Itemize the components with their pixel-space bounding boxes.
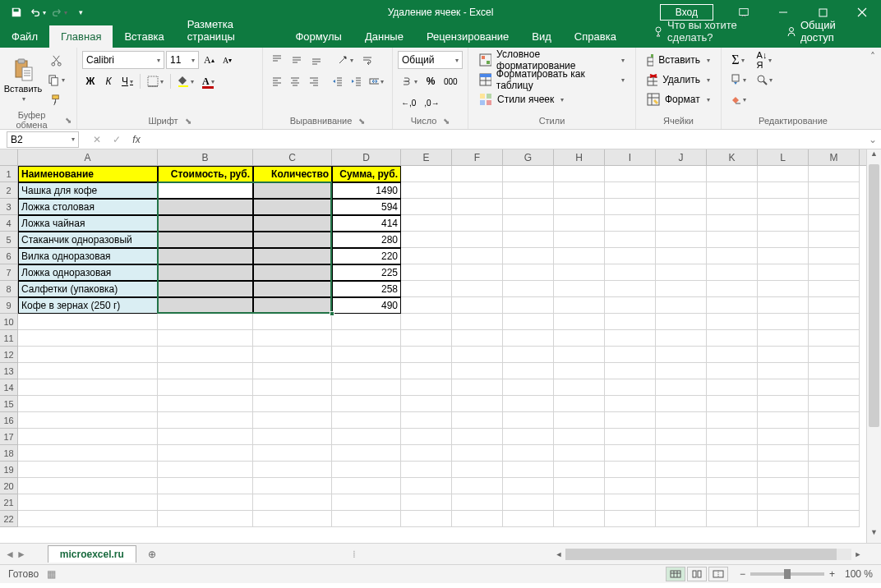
cell[interactable]	[707, 297, 758, 314]
cell[interactable]	[18, 462, 158, 478]
cell[interactable]: Ложка чайная	[18, 215, 158, 232]
cell[interactable]	[253, 396, 332, 412]
cell[interactable]	[253, 281, 332, 297]
row-header[interactable]: 13	[0, 363, 18, 379]
row-header[interactable]: 7	[0, 264, 18, 281]
cell[interactable]	[605, 232, 656, 248]
cell[interactable]	[452, 462, 503, 478]
zoom-level[interactable]: 100 %	[840, 568, 873, 580]
column-header[interactable]: M	[809, 149, 860, 165]
copy-icon[interactable]: ▾	[44, 71, 68, 89]
cell[interactable]	[605, 494, 656, 511]
increase-font-icon[interactable]: A▴	[201, 51, 218, 69]
sort-filter-icon[interactable]: А↓Я▾	[753, 51, 776, 69]
column-header[interactable]: L	[758, 149, 809, 165]
cell[interactable]	[18, 396, 158, 412]
cell[interactable]: Ложка одноразовая	[18, 264, 158, 281]
cell[interactable]	[758, 215, 809, 232]
cell[interactable]	[503, 182, 554, 199]
add-sheet-icon[interactable]: ⊕	[143, 545, 161, 563]
cell[interactable]	[401, 182, 452, 199]
cell[interactable]	[758, 314, 809, 330]
cell[interactable]	[656, 264, 707, 281]
cell[interactable]	[605, 429, 656, 445]
cell[interactable]	[656, 199, 707, 215]
cell[interactable]	[503, 199, 554, 215]
cell[interactable]	[158, 478, 253, 494]
tab-файл[interactable]: Файл	[0, 25, 49, 48]
cell[interactable]	[758, 412, 809, 429]
cell[interactable]	[656, 297, 707, 314]
cell[interactable]	[401, 166, 452, 182]
column-header[interactable]: J	[656, 149, 707, 165]
cell[interactable]	[503, 248, 554, 264]
cell[interactable]: Стоимость, руб.	[158, 166, 253, 182]
cell[interactable]	[605, 462, 656, 478]
cell[interactable]	[158, 429, 253, 445]
cell[interactable]	[253, 314, 332, 330]
cell[interactable]	[809, 215, 860, 232]
cell[interactable]	[605, 199, 656, 215]
cell[interactable]	[18, 478, 158, 494]
cell[interactable]	[809, 494, 860, 511]
bold-button[interactable]: Ж	[82, 72, 99, 90]
cell[interactable]: 258	[332, 281, 401, 297]
cell[interactable]: Сумма, руб.	[332, 166, 401, 182]
cell[interactable]	[18, 330, 158, 347]
cell[interactable]	[554, 478, 605, 494]
cell[interactable]	[707, 429, 758, 445]
cell[interactable]	[158, 396, 253, 412]
cell[interactable]	[158, 347, 253, 363]
cell[interactable]	[554, 248, 605, 264]
clipboard-launcher-icon[interactable]: ⬊	[65, 116, 71, 125]
cell[interactable]	[758, 445, 809, 462]
cell[interactable]	[758, 511, 809, 527]
cell[interactable]	[332, 363, 401, 379]
cell[interactable]	[401, 445, 452, 462]
cell[interactable]	[503, 330, 554, 347]
cell[interactable]	[452, 248, 503, 264]
cell[interactable]	[452, 445, 503, 462]
cell[interactable]	[253, 232, 332, 248]
cut-icon[interactable]	[44, 51, 68, 69]
cell[interactable]	[554, 462, 605, 478]
cell[interactable]	[809, 182, 860, 199]
cell[interactable]	[158, 511, 253, 527]
cell[interactable]	[554, 429, 605, 445]
cell[interactable]	[707, 314, 758, 330]
tell-me-input[interactable]: Что вы хотите сделать?	[644, 15, 779, 48]
row-header[interactable]: 22	[0, 511, 18, 527]
cell[interactable]	[707, 462, 758, 478]
cell[interactable]	[158, 445, 253, 462]
cell[interactable]	[554, 264, 605, 281]
cell[interactable]	[656, 445, 707, 462]
cell[interactable]	[452, 182, 503, 199]
cell[interactable]	[332, 314, 401, 330]
cell[interactable]: Ложка столовая	[18, 199, 158, 215]
cell[interactable]	[253, 462, 332, 478]
cell[interactable]: 280	[332, 232, 401, 248]
cell[interactable]	[253, 445, 332, 462]
cell[interactable]	[809, 232, 860, 248]
cell[interactable]	[332, 412, 401, 429]
align-launcher-icon[interactable]: ⬊	[358, 117, 365, 126]
cell[interactable]	[656, 232, 707, 248]
cell[interactable]	[452, 363, 503, 379]
cell[interactable]	[605, 396, 656, 412]
cell[interactable]	[158, 494, 253, 511]
cell[interactable]	[707, 281, 758, 297]
cell[interactable]	[253, 494, 332, 511]
insert-function-icon[interactable]: fx	[127, 131, 146, 148]
macro-record-icon[interactable]: ▦	[47, 568, 56, 580]
cell[interactable]	[707, 248, 758, 264]
cell[interactable]	[332, 445, 401, 462]
row-header[interactable]: 12	[0, 347, 18, 363]
cell[interactable]: Чашка для кофе	[18, 182, 158, 199]
cell[interactable]	[253, 297, 332, 314]
cell[interactable]	[809, 297, 860, 314]
cell[interactable]	[605, 182, 656, 199]
cell[interactable]	[605, 215, 656, 232]
cell[interactable]	[554, 511, 605, 527]
cell[interactable]	[758, 281, 809, 297]
column-header[interactable]: D	[332, 149, 401, 165]
